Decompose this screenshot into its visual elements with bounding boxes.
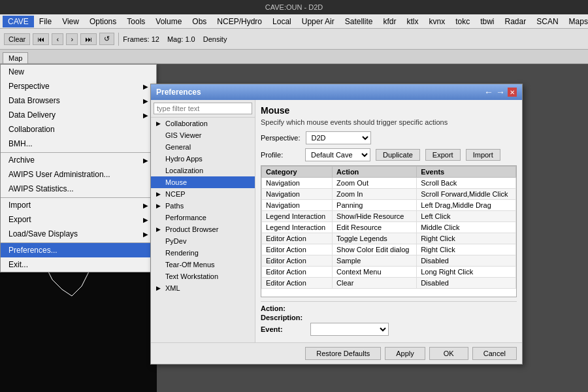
table-row[interactable]: Editor ActionClearDisabled xyxy=(262,278,516,289)
menu-export[interactable]: Export ▶ xyxy=(1,212,156,227)
table-row[interactable]: Editor ActionContext MenuLong Right Clic… xyxy=(262,267,516,278)
table-cell-category: Navigation xyxy=(262,178,333,189)
table-row[interactable]: Editor ActionToggle LegendsRight Click xyxy=(262,233,516,244)
menu-ncep[interactable]: NCEP/Hydro xyxy=(212,16,267,27)
menu-import[interactable]: Import ▶ xyxy=(1,197,156,212)
expand-arrow-icon: ▶ xyxy=(156,285,163,291)
pref-tree-item[interactable]: ▶XML xyxy=(151,282,255,294)
table-row[interactable]: Editor ActionSampleDisabled xyxy=(262,255,516,267)
export-button[interactable]: Export xyxy=(425,149,461,161)
menu-view[interactable]: View xyxy=(57,16,84,27)
pref-tree-item[interactable]: ▶Paths xyxy=(151,200,255,212)
table-cell-events: Middle Click xyxy=(417,222,516,233)
menu-obs[interactable]: Obs xyxy=(187,16,212,27)
table-cell-events: Right Click xyxy=(417,233,516,244)
profile-select[interactable]: Default Cave xyxy=(305,148,370,161)
table-row[interactable]: Legend InteractionEdit ResourceMiddle Cl… xyxy=(262,222,516,233)
loop-button[interactable]: ↺ xyxy=(99,33,114,45)
event-select[interactable] xyxy=(310,323,389,336)
arrow-icon: ▶ xyxy=(143,216,148,223)
menu-radar[interactable]: Radar xyxy=(500,16,532,27)
menu-awips-admin[interactable]: AWIPS User Administration... xyxy=(1,167,156,182)
pref-tree-item[interactable]: Text Workstation xyxy=(151,270,255,282)
nav-fwd-icon[interactable]: → xyxy=(496,87,505,97)
menu-collaboration[interactable]: Collaboration xyxy=(1,122,156,137)
ok-button[interactable]: OK xyxy=(429,347,468,360)
action-row: Action: xyxy=(261,304,517,312)
nav-back-icon[interactable]: ← xyxy=(484,87,493,97)
menu-scan[interactable]: SCAN xyxy=(531,16,563,27)
menu-options[interactable]: Options xyxy=(84,16,122,27)
pref-tree-item[interactable]: Localization xyxy=(151,165,255,176)
menu-tokc[interactable]: tokc xyxy=(450,16,475,27)
perspective-select[interactable]: D2D xyxy=(306,131,371,144)
menu-local[interactable]: Local xyxy=(267,16,297,27)
menu-new[interactable]: New xyxy=(1,65,156,79)
pref-tree-item[interactable]: Hydro Apps xyxy=(151,153,255,165)
clear-button[interactable]: Clear xyxy=(4,33,30,45)
menu-kfdr[interactable]: kfdr xyxy=(378,16,401,27)
nav-prev-button[interactable]: ‹ xyxy=(52,33,63,45)
menu-maps[interactable]: Maps xyxy=(564,16,588,27)
menu-ktlx[interactable]: ktlx xyxy=(401,16,423,27)
pref-tree: ▶Collaboration GIS Viewer General Hydro … xyxy=(151,118,255,342)
menu-volume[interactable]: Volume xyxy=(150,16,187,27)
dialog-body: ▶Collaboration GIS Viewer General Hydro … xyxy=(151,100,522,342)
import-button[interactable]: Import xyxy=(466,149,500,161)
menu-archive[interactable]: Archive ▶ xyxy=(1,152,156,167)
dialog-close-button[interactable]: ✕ xyxy=(508,88,517,97)
tree-item-label: Rendering xyxy=(165,249,199,257)
pref-tree-item[interactable]: ▶NCEP xyxy=(151,188,255,200)
pref-tree-item[interactable]: ▶Product Browser xyxy=(151,223,255,235)
nav-next-button[interactable]: › xyxy=(66,33,78,45)
table-cell-category: Navigation xyxy=(262,189,333,200)
menu-awips-stats[interactable]: AWIPS Statistics... xyxy=(1,182,156,196)
table-row[interactable]: NavigationPanningLeft Drag,Middle Drag xyxy=(262,200,516,211)
menu-kvnx[interactable]: kvnx xyxy=(423,16,450,27)
duplicate-button[interactable]: Duplicate xyxy=(376,149,420,161)
menu-satellite[interactable]: Satellite xyxy=(340,16,378,27)
pref-tree-item[interactable]: ▶Collaboration xyxy=(151,118,255,129)
dialog-footer: Restore Defaults Apply OK Cancel xyxy=(151,342,522,364)
restore-defaults-button[interactable]: Restore Defaults xyxy=(305,347,381,360)
menu-data-delivery[interactable]: Data Delivery ▶ xyxy=(1,108,156,122)
nav-end-button[interactable]: ⏭ xyxy=(80,33,97,45)
table-cell-action: Edit Resource xyxy=(333,222,417,233)
pref-tree-item[interactable]: Performance xyxy=(151,212,255,223)
menu-bmh[interactable]: BMH... xyxy=(1,137,156,151)
pref-tree-item[interactable]: PyDev xyxy=(151,235,255,247)
arrow-icon: ▶ xyxy=(143,83,148,90)
frames-label: Frames: 12 xyxy=(123,35,159,43)
menu-tools[interactable]: Tools xyxy=(122,16,150,27)
action-header: Action xyxy=(333,167,417,178)
menu-data-browsers[interactable]: Data Browsers ▶ xyxy=(1,93,156,108)
arrow-icon: ▶ xyxy=(143,231,148,238)
menu-cave[interactable]: CAVE xyxy=(3,16,34,27)
menu-tbwi[interactable]: tbwi xyxy=(475,16,499,27)
pref-tree-item[interactable]: Mouse xyxy=(151,176,255,188)
menu-bar: CAVE File View Options Tools Volume Obs … xyxy=(0,14,588,29)
menu-perspective[interactable]: Perspective ▶ xyxy=(1,79,156,93)
pref-tree-item[interactable]: Rendering xyxy=(151,247,255,259)
menu-preferences[interactable]: Preferences... xyxy=(1,242,156,257)
table-row[interactable]: NavigationZoom OutScroll Back xyxy=(262,178,516,189)
cancel-button[interactable]: Cancel xyxy=(472,347,517,360)
pref-tree-item[interactable]: Tear-Off Menus xyxy=(151,259,255,270)
menu-exit[interactable]: Exit... xyxy=(1,257,156,272)
pref-tree-item[interactable]: GIS Viewer xyxy=(151,129,255,141)
menu-file[interactable]: File xyxy=(34,16,57,27)
apply-button[interactable]: Apply xyxy=(385,347,425,360)
nav-start-button[interactable]: ⏮ xyxy=(33,33,49,45)
pref-tree-item[interactable]: General xyxy=(151,141,255,153)
tree-item-label: Hydro Apps xyxy=(165,155,203,163)
table-cell-category: Editor Action xyxy=(262,267,333,278)
menu-upper-air[interactable]: Upper Air xyxy=(297,16,340,27)
perspective-row: Perspective: D2D xyxy=(261,131,517,144)
profile-label: Profile: xyxy=(261,151,300,159)
table-row[interactable]: Editor ActionShow Color Edit dialogRight… xyxy=(262,244,516,255)
table-row[interactable]: Legend InteractionShow/Hide ResourceLeft… xyxy=(262,211,516,222)
pref-search-input[interactable] xyxy=(154,103,252,114)
map-tab[interactable]: Map xyxy=(3,52,28,63)
table-row[interactable]: NavigationZoom InScroll Forward,Middle C… xyxy=(262,189,516,200)
menu-load-save[interactable]: Load/Save Displays ▶ xyxy=(1,227,156,241)
